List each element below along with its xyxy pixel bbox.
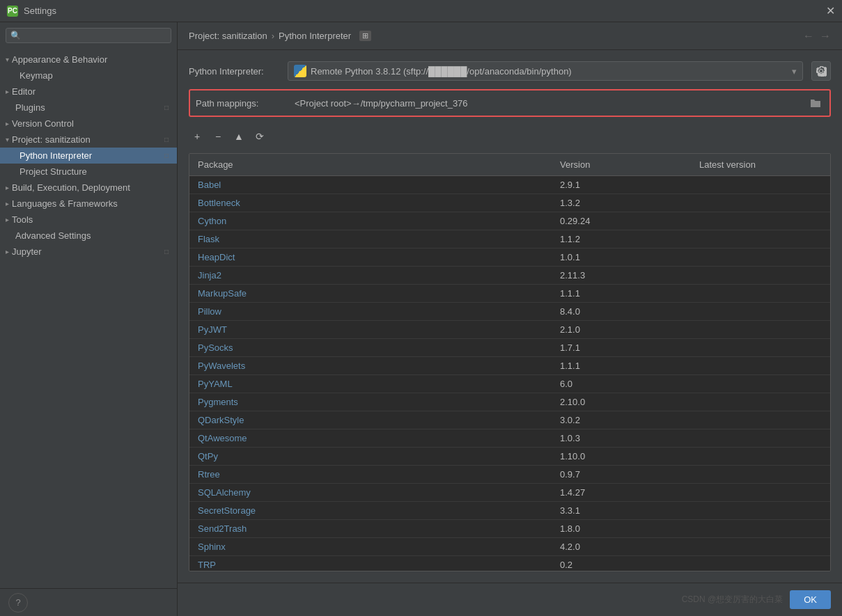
- table-row[interactable]: Pygments 2.10.0: [189, 393, 830, 411]
- sidebar-item-build[interactable]: ▸ Build, Execution, Deployment: [0, 180, 177, 196]
- table-row[interactable]: QtPy 1.10.0: [189, 448, 830, 466]
- table-row[interactable]: PyWavelets 1.1.1: [189, 357, 830, 375]
- table-row[interactable]: Rtree 0.9.7: [189, 466, 830, 484]
- sidebar-item-advanced[interactable]: Advanced Settings: [0, 228, 177, 244]
- search-box[interactable]: 🔍: [6, 28, 171, 43]
- pkg-name: MarkupSafe: [189, 285, 552, 302]
- table-row[interactable]: Send2Trash 1.8.0: [189, 520, 830, 538]
- interpreter-value: Remote Python 3.8.12 (sftp://██████/opt/…: [311, 66, 572, 77]
- close-button[interactable]: ✕: [826, 4, 835, 17]
- pkg-version: 0.9.7: [552, 466, 691, 483]
- package-table-header: Package Version Latest version: [189, 154, 830, 176]
- package-toolbar: + − ▲ ⟳: [189, 128, 831, 145]
- sidebar-item-label: Version Control: [12, 118, 74, 129]
- pkg-latest: [691, 176, 830, 194]
- sidebar-item-label: Tools: [12, 214, 33, 225]
- table-row[interactable]: PySocks 1.7.1: [189, 339, 830, 357]
- pkg-name: PySocks: [189, 339, 552, 356]
- interpreter-select[interactable]: Remote Python 3.8.12 (sftp://██████/opt/…: [288, 61, 803, 81]
- gear-button[interactable]: [811, 61, 831, 81]
- nav-back-icon[interactable]: ←: [803, 30, 814, 42]
- table-row[interactable]: QDarkStyle 3.0.2: [189, 411, 830, 429]
- table-row[interactable]: TRP 0.2: [189, 556, 830, 571]
- sidebar-item-editor[interactable]: ▸ Editor: [0, 84, 177, 100]
- sidebar-item-python-interpreter[interactable]: Python Interpreter □: [0, 148, 177, 164]
- reload-packages-button[interactable]: ⟳: [251, 128, 268, 145]
- table-row[interactable]: PyJWT 2.1.0: [189, 321, 830, 339]
- help-button[interactable]: ?: [8, 593, 28, 613]
- path-mappings-value: <Project root>→/tmp/pycharm_project_376: [295, 98, 799, 109]
- table-row[interactable]: Bottleneck 1.3.2: [189, 194, 830, 212]
- pkg-name: PyYAML: [189, 375, 552, 393]
- expand-arrow: ▸: [6, 200, 9, 207]
- pkg-latest: [691, 393, 830, 411]
- sidebar-item-label: Advanced Settings: [15, 230, 91, 241]
- up-package-button[interactable]: ▲: [231, 128, 247, 145]
- pkg-name: Send2Trash: [189, 520, 552, 537]
- expand-arrow: ▾: [6, 56, 9, 63]
- table-row[interactable]: Babel 2.9.1: [189, 176, 830, 194]
- pkg-name: Flask: [189, 230, 552, 248]
- table-row[interactable]: QtAwesome 1.0.3: [189, 429, 830, 448]
- expand-arrow: ▸: [6, 120, 9, 127]
- add-package-button[interactable]: +: [189, 128, 205, 145]
- bottom-bar: ?: [0, 588, 177, 616]
- pkg-version: 0.29.24: [552, 212, 691, 230]
- pkg-version: 1.0.1: [552, 248, 691, 266]
- expand-arrow: ▸: [6, 248, 9, 255]
- table-row[interactable]: PyYAML 6.0: [189, 375, 830, 393]
- folder-button[interactable]: [807, 95, 824, 111]
- interp-badge: □: [164, 152, 169, 159]
- sidebar-item-label: Plugins: [15, 102, 45, 113]
- search-input[interactable]: [24, 31, 166, 40]
- sidebar-item-appearance[interactable]: ▾ Appearance & Behavior: [0, 52, 177, 68]
- col-header-version: Version: [552, 157, 691, 173]
- content-header: Project: sanitization › Python Interpret…: [178, 22, 842, 50]
- pkg-latest: [691, 321, 830, 338]
- sidebar-item-project-structure[interactable]: Project Structure: [0, 164, 177, 180]
- ok-button[interactable]: OK: [790, 590, 831, 609]
- sidebar-item-keymap[interactable]: Keymap: [0, 68, 177, 84]
- sidebar-item-languages[interactable]: ▸ Languages & Frameworks: [0, 196, 177, 212]
- pkg-version: 1.1.1: [552, 285, 691, 302]
- breadcrumb-sep: ›: [272, 31, 274, 41]
- header-nav: ← →: [803, 30, 831, 42]
- table-row[interactable]: Jinja2 2.11.3: [189, 267, 830, 285]
- pkg-latest: [691, 448, 830, 465]
- pkg-latest: [691, 230, 830, 248]
- pkg-name: TRP: [189, 556, 552, 571]
- pkg-latest: [691, 429, 830, 447]
- pkg-version: 1.3.2: [552, 194, 691, 212]
- package-table-body: Babel 2.9.1 Bottleneck 1.3.2 Cython 0.29…: [189, 176, 830, 571]
- pkg-name: PyJWT: [189, 321, 552, 338]
- pkg-version: 2.1.0: [552, 321, 691, 338]
- table-row[interactable]: Flask 1.1.2: [189, 230, 830, 248]
- sidebar-item-plugins[interactable]: Plugins □: [0, 100, 177, 116]
- nav-forward-icon[interactable]: →: [820, 30, 831, 42]
- sidebar-item-project[interactable]: ▾ Project: sanitization □: [0, 132, 177, 148]
- pkg-name: Cython: [189, 212, 552, 230]
- remove-package-button[interactable]: −: [210, 128, 226, 145]
- watermark: CSDN @想变厉害的大白菜: [682, 594, 783, 606]
- sidebar-items: ▾ Appearance & Behavior Keymap ▸ Editor …: [0, 49, 177, 588]
- pkg-version: 1.1.2: [552, 230, 691, 248]
- sidebar-item-jupyter[interactable]: ▸ Jupyter □: [0, 244, 177, 260]
- sidebar-item-version-control[interactable]: ▸ Version Control: [0, 116, 177, 132]
- pkg-version: 4.2.0: [552, 538, 691, 555]
- path-mappings-label: Path mappings:: [196, 98, 286, 109]
- pkg-latest: [691, 285, 830, 302]
- pkg-version: 1.1.1: [552, 357, 691, 374]
- table-row[interactable]: Cython 0.29.24: [189, 212, 830, 230]
- table-row[interactable]: HeapDict 1.0.1: [189, 248, 830, 267]
- table-row[interactable]: SQLAlchemy 1.4.27: [189, 484, 830, 502]
- pkg-latest: [691, 339, 830, 356]
- plugin-badge: □: [164, 104, 169, 111]
- table-row[interactable]: Sphinx 4.2.0: [189, 538, 830, 556]
- table-row[interactable]: Pillow 8.4.0: [189, 303, 830, 321]
- table-row[interactable]: SecretStorage 3.3.1: [189, 502, 830, 520]
- table-row[interactable]: MarkupSafe 1.1.1: [189, 285, 830, 303]
- pkg-latest: [691, 303, 830, 320]
- expand-arrow: ▸: [6, 184, 9, 191]
- pkg-version: 2.11.3: [552, 267, 691, 284]
- sidebar-item-tools[interactable]: ▸ Tools: [0, 212, 177, 228]
